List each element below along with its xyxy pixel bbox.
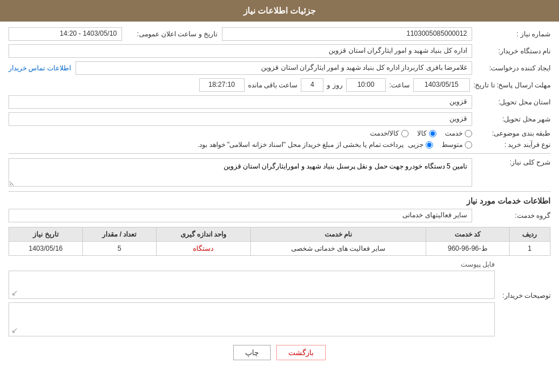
city-label: شهر محل تحویل:: [477, 115, 550, 123]
process-label-medium: متوسط: [442, 141, 463, 149]
services-table-section: ردیف کد خدمت نام خدمت واحد اندازه گیری ت…: [9, 227, 550, 256]
buyer-desc-area[interactable]: [9, 302, 495, 336]
buyer-org-label: نام دستگاه خریدار:: [477, 47, 550, 55]
process-radio-minor[interactable]: [426, 141, 433, 149]
col-quantity: تعداد / مقدار: [82, 227, 156, 242]
reply-deadline-label: مهلت ارسال پاسخ: تا تاریخ:: [473, 81, 550, 89]
creator-label: ایجاد کننده درخواست:: [477, 64, 550, 72]
reply-time-label: ساعت:: [389, 81, 410, 89]
services-table: ردیف کد خدمت نام خدمت واحد اندازه گیری ت…: [9, 227, 550, 256]
page-title: جزئیات اطلاعات نیاز: [0, 0, 559, 22]
cell-service-code: ط-96-96-960: [426, 242, 509, 256]
province-label: استان محل تحویل:: [477, 98, 550, 106]
print-button[interactable]: چاپ: [233, 345, 271, 360]
cell-service-name: سایر فعالیت های خدماتی شخصی: [251, 242, 426, 256]
process-option-medium[interactable]: متوسط: [442, 141, 472, 149]
attachment-label: فایل پیوست: [9, 260, 495, 268]
category-option-goods[interactable]: کالا: [417, 129, 436, 137]
reply-remaining-label: ساعت باقی مانده: [248, 81, 298, 89]
col-row-num: ردیف: [509, 227, 550, 242]
col-date: تاریخ نیاز: [9, 227, 83, 242]
category-label-goods-service: کالا/خدمت: [370, 129, 399, 137]
process-option-minor[interactable]: جزیی: [408, 141, 433, 149]
category-option-goods-service[interactable]: کالا/خدمت: [370, 129, 409, 137]
category-radio-goods[interactable]: [429, 130, 436, 137]
service-group-label: گروه خدمت:: [477, 212, 550, 220]
creator-contact-link[interactable]: اطلاعات تماس خریدار: [9, 64, 71, 72]
cell-date: 1403/05/16: [9, 242, 83, 256]
cell-unit: دستگاه: [156, 242, 250, 256]
province-value: قزوین: [9, 95, 472, 109]
back-button[interactable]: بازگشت: [276, 345, 326, 360]
need-desc-textarea[interactable]: [9, 158, 472, 187]
buyer-desc-label: توصیحات خریدار:: [499, 292, 550, 300]
buyer-org-value: اداره کل بنیاد شهید و امور ایثارگران است…: [9, 44, 472, 58]
category-label: طبقه بندی موضوعی:: [477, 129, 550, 137]
announce-value: 1403/05/10 - 14:20: [9, 27, 122, 41]
col-unit: واحد اندازه گیری: [156, 227, 250, 242]
category-label-goods: کالا: [417, 129, 427, 137]
reply-time-value: 10:00: [346, 78, 386, 92]
need-number-value: 1103005085000012: [222, 27, 472, 41]
col-service-name: نام خدمت: [251, 227, 426, 242]
category-radio-goods-service[interactable]: [401, 130, 409, 137]
reply-remaining-value: 18:27:10: [199, 78, 245, 92]
table-row: 1 ط-96-96-960 سایر فعالیت های خدماتی شخص…: [9, 242, 550, 256]
cell-quantity: 5: [82, 242, 156, 256]
reply-date-value: 1403/05/15: [413, 78, 470, 92]
category-radio-service[interactable]: [465, 130, 472, 137]
action-buttons: بازگشت چاپ: [9, 345, 550, 360]
col-service-code: کد خدمت: [426, 227, 509, 242]
city-value: قزوین: [9, 112, 472, 126]
process-label: نوع فرآیند خرید :: [477, 141, 550, 149]
need-number-label: شماره نیاز :: [477, 30, 550, 38]
reply-days-value: 4: [301, 78, 323, 92]
process-notice: پرداخت تمام یا بخشی از مبلغ خریداز محل "…: [9, 141, 404, 149]
category-option-service[interactable]: خدمت: [445, 129, 472, 137]
process-label-minor: جزیی: [408, 141, 423, 149]
category-radio-group: خدمت کالا کالا/خدمت: [370, 129, 472, 137]
attachment-box: [9, 271, 495, 299]
announce-label: تاریخ و ساعت اعلان عمومی:: [127, 30, 217, 38]
creator-value: غلامرضا بافری کاربرداز اداره کل بنیاد شه…: [75, 61, 472, 75]
category-label-service: خدمت: [445, 129, 463, 137]
reply-day-label: روز و: [327, 81, 342, 89]
process-radio-medium[interactable]: [465, 141, 472, 149]
services-title: اطلاعات خدمات مورد نیاز: [9, 196, 550, 205]
process-radio-group: متوسط جزیی: [408, 141, 472, 149]
need-desc-label: شرح کلی نیاز:: [477, 158, 550, 166]
cell-row-num: 1: [509, 242, 550, 256]
service-group-value: سایر فعالیتهای خدماتی: [9, 209, 472, 222]
